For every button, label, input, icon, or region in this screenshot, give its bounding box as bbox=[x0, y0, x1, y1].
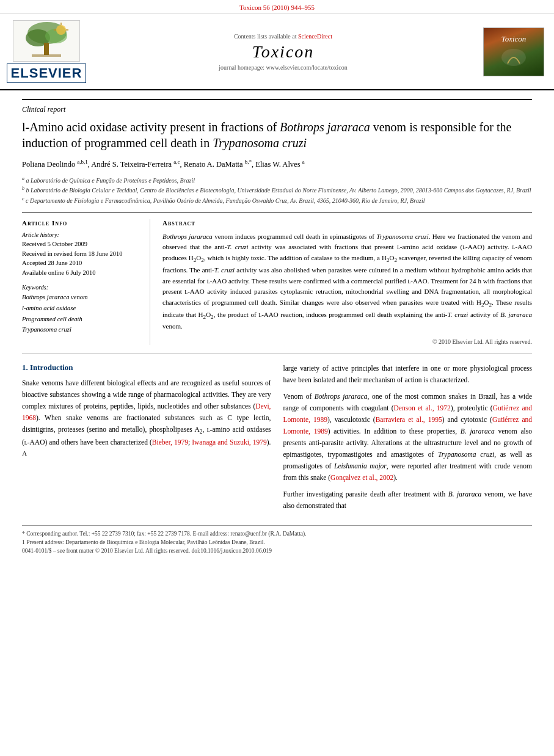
info-abstract-section: Article Info Article history: Received 5… bbox=[22, 213, 532, 345]
abstract-column: Abstract Bothrops jararaca venom induces… bbox=[162, 219, 532, 345]
body-columns: 1. Introduction Snake venoms have differ… bbox=[22, 363, 532, 517]
footnote-bottom: 0041-0101/$ – see front matter © 2010 El… bbox=[22, 547, 532, 555]
elsevier-tree-svg bbox=[13, 21, 80, 62]
svg-rect-5 bbox=[32, 54, 61, 57]
section-divider bbox=[22, 354, 532, 354]
citation-text: Toxicon 56 (2010) 944–955 bbox=[239, 4, 315, 11]
journal-url: journal homepage: www.elsevier.com/locat… bbox=[83, 64, 483, 71]
abstract-heading: Abstract bbox=[162, 219, 532, 227]
authors-line: Poliana Deolindo a,b,1, André S. Teixeir… bbox=[22, 158, 532, 170]
svg-rect-4 bbox=[44, 43, 49, 55]
title-italic2: Trypanosoma cruzi bbox=[213, 136, 307, 150]
affiliations: a a Laboratório de Química e Função de P… bbox=[22, 175, 532, 205]
history-label: Article history: bbox=[22, 231, 140, 238]
affiliation-b: b b Laboratório de Biologia Celular e Te… bbox=[22, 185, 532, 195]
abstract-text: Bothrops jararaca venom induces programm… bbox=[162, 231, 532, 332]
received-date: Received 5 October 2009 bbox=[22, 239, 140, 249]
title-prefix: l-Amino acid oxidase activity present in… bbox=[22, 120, 280, 134]
keyword-1: Bothrops jararaca venom bbox=[22, 292, 140, 303]
article-title: l-Amino acid oxidase activity present in… bbox=[22, 119, 532, 151]
keywords-label: Keywords: bbox=[22, 284, 140, 291]
footnote-present: 1 Present address: Departamento de Bioqu… bbox=[22, 538, 532, 547]
footnote-corresponding: * Corresponding author. Tel.: +55 22 273… bbox=[22, 529, 532, 538]
journal-header: ELSEVIER Contents lists available at Sci… bbox=[0, 14, 554, 90]
intro-heading: 1. Introduction bbox=[22, 363, 271, 373]
article-info-heading: Article Info bbox=[22, 219, 140, 227]
right-para2: Venom of Bothrops jararaca, one of the m… bbox=[283, 391, 533, 484]
sciencedirect-link: Contents lists available at ScienceDirec… bbox=[83, 33, 483, 40]
revised-date: Received in revised form 18 June 2010 bbox=[22, 249, 140, 259]
available-date: Available online 6 July 2010 bbox=[22, 268, 140, 278]
main-content: Clinical report l-Amino acid oxidase act… bbox=[0, 90, 554, 564]
toxicon-cover-image: Toxicon bbox=[483, 27, 544, 76]
keyword-4: Trypanosoma cruzi bbox=[22, 324, 140, 335]
title-italic1: Bothrops jararaca bbox=[280, 120, 370, 134]
elsevier-image bbox=[13, 20, 80, 62]
sd-name: ScienceDirect bbox=[298, 33, 332, 40]
svg-point-6 bbox=[56, 25, 66, 35]
copyright-notice: © 2010 Elsevier Ltd. All rights reserved… bbox=[162, 338, 532, 345]
right-para3: Further investigating parasite death aft… bbox=[283, 489, 533, 512]
citation-bar: Toxicon 56 (2010) 944–955 bbox=[0, 0, 554, 14]
elsevier-logo-area: ELSEVIER bbox=[10, 20, 83, 83]
accepted-date: Accepted 28 June 2010 bbox=[22, 258, 140, 268]
journal-name: Toxicon bbox=[83, 42, 483, 62]
body-right-column: large variety of active principles that … bbox=[283, 363, 533, 517]
cover-svg bbox=[495, 45, 532, 70]
journal-center: Contents lists available at ScienceDirec… bbox=[83, 33, 483, 71]
affiliation-a: a a Laboratório de Química e Função de P… bbox=[22, 175, 532, 185]
keyword-2: l-amino acid oxidase bbox=[22, 303, 140, 314]
keyword-3: Programmed cell death bbox=[22, 314, 140, 325]
elsevier-wordmark: ELSEVIER bbox=[7, 64, 87, 83]
article-info-column: Article Info Article history: Received 5… bbox=[22, 219, 150, 345]
right-para1: large variety of active principles that … bbox=[283, 363, 533, 386]
intro-para1: Snake venoms have different biological e… bbox=[22, 377, 271, 460]
cover-label: Toxicon bbox=[501, 34, 527, 44]
body-left-column: 1. Introduction Snake venoms have differ… bbox=[22, 363, 271, 517]
keywords-list: Bothrops jararaca venom l-amino acid oxi… bbox=[22, 292, 140, 335]
article-section-label: Clinical report bbox=[22, 99, 532, 114]
affiliation-c: c c Departamento de Fisiologia e Farmaco… bbox=[22, 195, 532, 205]
footnotes-section: * Corresponding author. Tel.: +55 22 273… bbox=[22, 525, 532, 556]
